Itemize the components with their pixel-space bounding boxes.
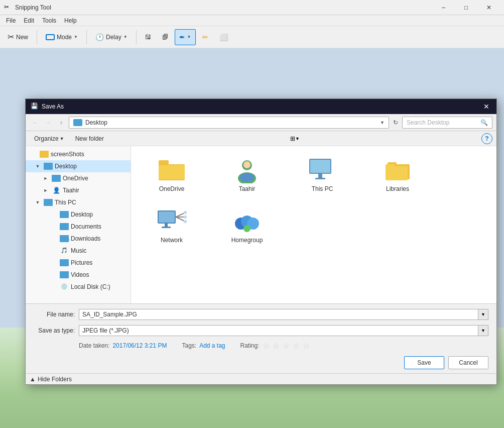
new-icon: ✂ — [8, 32, 14, 42]
dialog-titlebar: 💾 Save As ✕ — [26, 99, 496, 114]
filetype-dropdown[interactable]: ▼ — [478, 325, 488, 336]
refresh-button[interactable]: ↻ — [391, 119, 400, 126]
sidebar-item-desktop-sub[interactable]: Desktop — [26, 208, 131, 221]
tags-value[interactable]: Add a tag — [199, 342, 225, 349]
pen-tool-button[interactable]: ✒ ▼ — [175, 29, 196, 45]
file-item-network[interactable]: Network — [139, 205, 204, 247]
organize-button[interactable]: Organize ▼ — [30, 133, 69, 144]
sidebar-item-documents[interactable]: Documents — [26, 221, 131, 233]
help-button[interactable]: ? — [481, 133, 492, 144]
app-title: Snipping Tool — [15, 4, 432, 11]
cancel-button[interactable]: Cancel — [448, 356, 488, 369]
titlebar: ✂ Snipping Tool – □ ✕ — [0, 0, 504, 15]
address-folder-icon — [73, 119, 82, 126]
organize-arrow: ▼ — [60, 136, 64, 141]
sidebar-item-videos[interactable]: Videos — [26, 269, 131, 281]
file-item-onedrive[interactable]: OneDrive — [139, 154, 204, 195]
sidebar-label: Desktop — [71, 211, 93, 218]
menu-help[interactable]: Help — [60, 16, 81, 25]
nav-up-button[interactable]: ↑ — [56, 117, 67, 128]
folder-icon — [52, 175, 61, 182]
date-taken-label: Date taken: — [79, 342, 109, 349]
menu-tools[interactable]: Tools — [38, 16, 60, 25]
minimize-button[interactable]: – — [432, 0, 455, 15]
sidebar-label: Local Disk (C:) — [71, 283, 110, 290]
file-item-homegroup[interactable]: Homegroup — [214, 205, 280, 247]
sidebar-item-music[interactable]: 🎵 Music — [26, 245, 131, 257]
dialog-close-button[interactable]: ✕ — [481, 101, 491, 112]
rating-item: Rating: ☆ ☆ ☆ ☆ ☆ — [240, 341, 310, 351]
view-button[interactable]: ⊞ ▼ — [287, 133, 302, 144]
organize-label: Organize — [34, 135, 59, 142]
sidebar-item-localdisk[interactable]: 💿 Local Disk (C:) — [26, 281, 131, 293]
star-1[interactable]: ☆ — [263, 341, 270, 351]
address-dropdown-arrow[interactable]: ▼ — [380, 120, 385, 125]
sidebar-item-pictures[interactable]: Pictures — [26, 257, 131, 269]
star-5[interactable]: ☆ — [303, 341, 310, 351]
sidebar-label: Downloads — [71, 235, 100, 242]
file-item-taahir[interactable]: Taahir — [214, 154, 280, 195]
taahir-file-icon — [232, 157, 262, 183]
nav-back-button[interactable]: ← — [30, 117, 41, 128]
folder-icon — [60, 223, 69, 230]
dialog-toolbar: Organize ▼ New folder ⊞ ▼ ? — [26, 131, 496, 146]
svg-rect-13 — [386, 166, 408, 180]
person-icon: 👤 — [52, 187, 61, 194]
copy-toolbar-button[interactable]: 🗐 — [158, 29, 173, 45]
menu-edit[interactable]: Edit — [20, 16, 38, 25]
star-2[interactable]: ☆ — [273, 341, 280, 351]
sidebar-item-screenshots[interactable]: screenShots — [26, 148, 131, 160]
sidebar-item-onedrive[interactable]: ► OneDrive — [26, 172, 131, 184]
star-3[interactable]: ☆ — [283, 341, 290, 351]
folder-icon — [60, 271, 69, 278]
maximize-button[interactable]: □ — [455, 0, 477, 15]
hide-folders-button[interactable]: ▲ Hide Folders — [30, 376, 72, 383]
expand-icon: ▼ — [34, 162, 42, 170]
onedrive-file-icon — [157, 157, 187, 183]
libraries-file-icon — [383, 157, 413, 183]
new-folder-button[interactable]: New folder — [71, 133, 108, 144]
file-item-libraries[interactable]: Libraries — [365, 154, 430, 195]
save-toolbar-button[interactable]: 🖫 — [141, 29, 156, 45]
search-bar[interactable]: Search Desktop 🔍 — [402, 117, 492, 129]
new-button[interactable]: ✂ New — [3, 29, 33, 45]
sidebar-label: Music — [71, 247, 86, 254]
dialog-body: screenShots ▼ Desktop ► OneDrive — [26, 146, 496, 303]
highlighter-button[interactable]: ✏ — [198, 29, 213, 45]
svg-rect-14 — [386, 164, 395, 168]
svg-rect-10 — [315, 178, 325, 179]
eraser-button[interactable]: ⬜ — [215, 29, 232, 45]
expand-icon — [50, 271, 58, 279]
star-4[interactable]: ☆ — [293, 341, 300, 351]
sidebar-item-downloads[interactable]: ↓ Downloads — [26, 233, 131, 245]
filename-input[interactable]: SA_ID_Sample.JPG — [79, 309, 478, 320]
dialog-sidebar: screenShots ▼ Desktop ► OneDrive — [26, 146, 131, 303]
mode-icon — [46, 34, 55, 40]
delay-button[interactable]: 🕐 Delay ▼ — [91, 29, 132, 45]
save-button[interactable]: Save — [404, 356, 444, 369]
nav-forward-button[interactable]: → — [43, 117, 54, 128]
filename-dropdown[interactable]: ▼ — [478, 309, 488, 320]
svg-point-28 — [243, 225, 250, 232]
address-bar[interactable]: Desktop ▼ — [69, 117, 389, 129]
file-item-thispc[interactable]: This PC — [290, 154, 355, 195]
sidebar-label: This PC — [55, 199, 76, 206]
expand-icon: ► — [42, 186, 50, 194]
thispc-file-icon — [307, 157, 337, 183]
close-button[interactable]: ✕ — [477, 0, 500, 15]
copy-icon: 🗐 — [162, 34, 168, 41]
svg-rect-24 — [184, 220, 187, 223]
sidebar-label: screenShots — [51, 151, 84, 158]
mode-button[interactable]: Mode ▼ — [41, 29, 82, 45]
sidebar-item-taahir[interactable]: ► 👤 Taahir — [26, 184, 131, 196]
sidebar-item-thispc[interactable]: ▼ This PC — [26, 196, 131, 208]
app-content: 💾 Save As ✕ ← → ↑ Desktop ▼ ↻ Search Des… — [0, 48, 504, 428]
app-window: ✂ Snipping Tool – □ ✕ File Edit Tools He… — [0, 0, 504, 428]
thispc-label: This PC — [312, 185, 333, 192]
menubar: File Edit Tools Help — [0, 15, 504, 26]
menu-file[interactable]: File — [2, 16, 20, 25]
filetype-input[interactable]: JPEG file (*.JPG) — [79, 325, 478, 336]
sidebar-item-desktop[interactable]: ▼ Desktop — [26, 160, 131, 172]
filename-row: File name: SA_ID_Sample.JPG ▼ — [34, 308, 488, 321]
date-taken-value[interactable]: 2017/06/12 3:21 PM — [112, 342, 167, 349]
